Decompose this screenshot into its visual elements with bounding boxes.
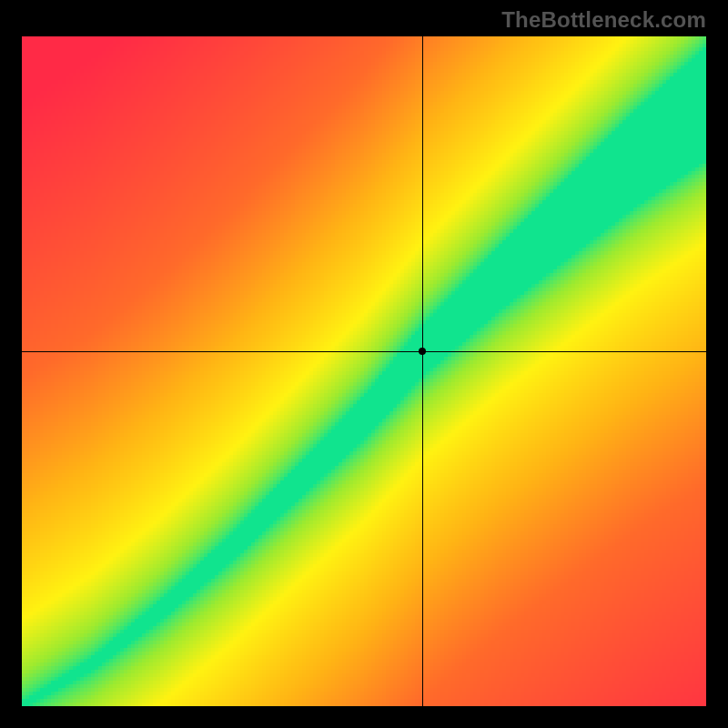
heatmap-canvas [22, 36, 706, 706]
crosshair-vertical [422, 36, 423, 706]
heatmap-plot [22, 36, 706, 706]
chart-frame: TheBottleneck.com [0, 0, 728, 728]
watermark-text: TheBottleneck.com [501, 7, 706, 33]
selection-marker [419, 348, 426, 355]
crosshair-horizontal [22, 351, 706, 352]
